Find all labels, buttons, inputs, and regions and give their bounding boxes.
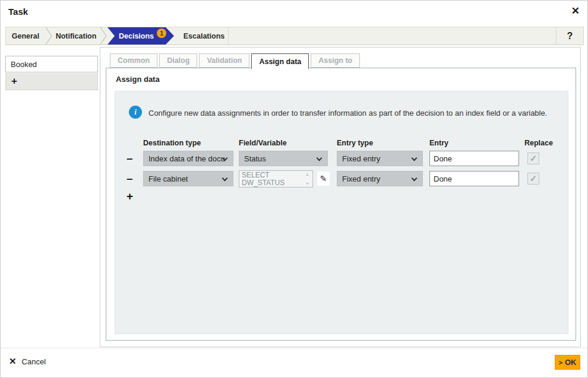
cancel-x-icon: ✕	[9, 357, 17, 366]
column-header-entry: Entry	[429, 139, 448, 147]
entry-input[interactable]	[429, 151, 519, 166]
entry-type-value: Fixed entry	[342, 154, 380, 163]
replace-checkbox[interactable]: ✓	[527, 153, 539, 164]
chevron-down-icon	[317, 155, 323, 161]
edit-sql-button[interactable]: ✎	[317, 171, 330, 186]
column-header-replace: Replace	[524, 139, 553, 147]
assign-data-panel: Assign data i Configure new data assignm…	[106, 68, 576, 341]
destination-type-select[interactable]: Index data of the docu	[143, 151, 233, 166]
decisions-count-badge: 1	[157, 28, 166, 38]
destination-type-value: Index data of the docu	[148, 154, 225, 163]
step-strip: General Notification Decisions 1 Escalat…	[5, 27, 584, 45]
chevron-separator-icon	[100, 27, 107, 45]
assign-data-box: i Configure new data assignments in orde…	[115, 91, 568, 334]
chevron-down-icon	[412, 155, 418, 161]
column-header-destination-type: Destination type	[143, 139, 201, 147]
decision-list-item-booked[interactable]: Booked	[5, 56, 98, 72]
entry-input[interactable]	[429, 171, 519, 186]
tab-assign-to[interactable]: Assign to	[311, 53, 360, 68]
remove-row-button[interactable]: –	[127, 173, 133, 184]
chevron-down-icon	[222, 176, 228, 182]
ok-chevron-icon: >	[559, 359, 562, 366]
tab-assign-data[interactable]: Assign data	[251, 53, 309, 69]
info-icon: i	[129, 106, 142, 119]
assignment-row: – Index data of the docu Status Fixed en…	[115, 151, 568, 167]
remove-row-button[interactable]: –	[127, 153, 133, 164]
cancel-label: Cancel	[22, 357, 46, 366]
step-notification[interactable]: Notification	[52, 27, 100, 45]
add-assignment-button[interactable]: +	[127, 191, 133, 202]
info-text: Configure new data assignments in order …	[148, 109, 547, 117]
step-general[interactable]: General	[6, 27, 45, 45]
add-decision-button[interactable]: +	[5, 73, 98, 90]
section-title: Assign data	[116, 75, 160, 84]
chevron-separator-icon	[45, 27, 52, 45]
titlebar: Task ✕	[1, 1, 587, 24]
spin-up-icon[interactable]: ▲	[305, 172, 309, 176]
sql-statement-field[interactable]: SELECT DW_STATUS FROM ▲ ▼	[239, 170, 313, 188]
field-variable-select[interactable]: Status	[239, 151, 328, 166]
chevron-down-icon	[412, 176, 418, 182]
decision-detail-panel: Common Dialog Validation Assign data Ass…	[100, 47, 581, 347]
tab-dialog[interactable]: Dialog	[159, 53, 197, 68]
cancel-button[interactable]: ✕ Cancel	[9, 357, 46, 366]
replace-checkbox[interactable]: ✓	[527, 173, 539, 185]
pencil-icon: ✎	[320, 174, 327, 183]
step-escalations[interactable]: Escalations	[174, 27, 229, 45]
field-variable-value: Status	[244, 154, 266, 163]
tab-validation[interactable]: Validation	[199, 53, 249, 68]
step-strip-spacer	[229, 27, 556, 45]
entry-type-select[interactable]: Fixed entry	[337, 171, 423, 186]
dialog-footer: ✕ Cancel > OK	[1, 348, 587, 378]
task-dialog: Task ✕ General Notification Decisions 1 …	[0, 0, 588, 378]
entry-type-value: Fixed entry	[342, 174, 380, 183]
destination-type-value: File cabinet	[148, 174, 188, 183]
column-header-field-variable: Field/Variable	[239, 139, 287, 147]
scroll-spinner-icon[interactable]: ▲ ▼	[304, 172, 311, 186]
step-decisions-label: Decisions	[119, 32, 154, 40]
spin-down-icon[interactable]: ▼	[305, 182, 309, 186]
step-decisions[interactable]: Decisions 1	[108, 27, 174, 45]
column-header-entry-type: Entry type	[337, 139, 373, 147]
detail-tabbar: Common Dialog Validation Assign data Ass…	[110, 53, 360, 68]
assignment-row: – File cabinet SELECT DW_STATUS FROM ▲ ▼…	[115, 171, 568, 188]
destination-type-select[interactable]: File cabinet	[143, 171, 233, 186]
ok-button[interactable]: > OK	[555, 355, 580, 370]
sql-statement-text: SELECT DW_STATUS FROM	[242, 171, 299, 188]
help-button[interactable]: ?	[556, 27, 583, 45]
tab-common[interactable]: Common	[110, 53, 157, 68]
close-icon[interactable]: ✕	[571, 5, 580, 17]
entry-type-select[interactable]: Fixed entry	[337, 151, 423, 166]
dialog-title: Task	[8, 7, 28, 17]
ok-label: OK	[565, 358, 577, 367]
